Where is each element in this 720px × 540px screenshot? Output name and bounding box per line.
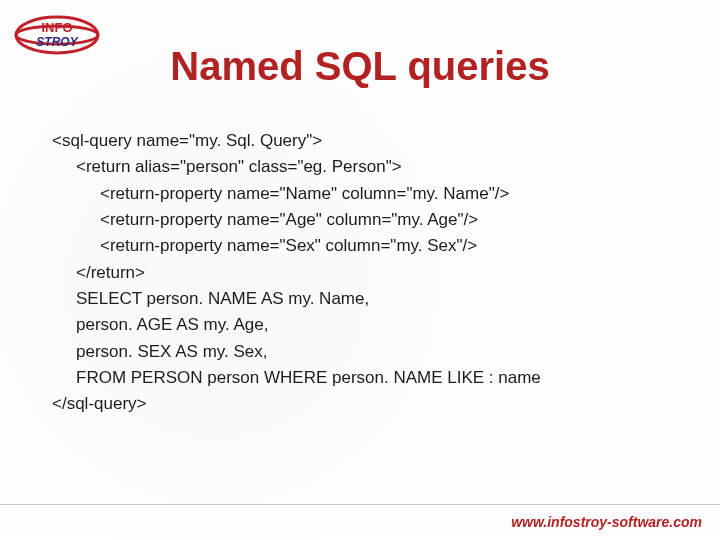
code-line: </sql-query> [52, 391, 680, 417]
code-line: <sql-query name="my. Sql. Query"> [52, 128, 680, 154]
code-line: <return-property name="Name" column="my.… [52, 181, 680, 207]
slide: INFO STROY Named SQL queries <sql-query … [0, 0, 720, 540]
code-line: person. SEX AS my. Sex, [52, 339, 680, 365]
code-block: <sql-query name="my. Sql. Query"> <retur… [52, 128, 680, 418]
code-line: person. AGE AS my. Age, [52, 312, 680, 338]
slide-title: Named SQL queries [0, 44, 720, 89]
footer-url: www.infostroy-software.com [511, 514, 702, 530]
code-line: FROM PERSON person WHERE person. NAME LI… [52, 365, 680, 391]
code-line: </return> [52, 260, 680, 286]
code-line: <return-property name="Sex" column="my. … [52, 233, 680, 259]
footer-divider [0, 504, 720, 505]
code-line: <return alias="person" class="eg. Person… [52, 154, 680, 180]
code-line: <return-property name="Age" column="my. … [52, 207, 680, 233]
code-line: SELECT person. NAME AS my. Name, [52, 286, 680, 312]
logo-top-text: INFO [41, 20, 72, 35]
